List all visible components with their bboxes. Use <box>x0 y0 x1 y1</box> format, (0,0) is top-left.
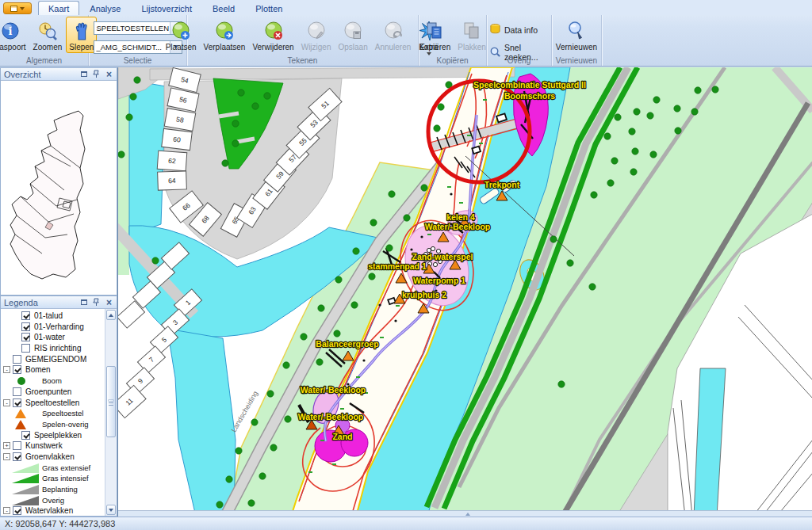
legend-checkbox[interactable] <box>21 333 30 341</box>
map-canvas[interactable]: 545658606264666865636159575553511357911 … <box>117 67 812 517</box>
tree-symbol[interactable] <box>353 248 359 254</box>
tree-symbol[interactable] <box>589 284 596 290</box>
tree-symbol[interactable] <box>236 448 242 454</box>
pin-icon[interactable] <box>92 298 101 307</box>
button-verplaatsen[interactable]: Verplaatsen <box>201 17 249 53</box>
expander-icon[interactable]: - <box>3 366 10 373</box>
tree-symbol[interactable] <box>130 93 136 100</box>
legend-label[interactable]: Kunstwerk <box>25 441 63 450</box>
tree-symbol[interactable] <box>434 125 440 132</box>
legend-label[interactable]: 01-Verharding <box>34 322 84 331</box>
button-data-info[interactable]: Data info <box>487 22 551 37</box>
legend-scrollbar[interactable] <box>105 309 117 516</box>
tree-symbol[interactable] <box>351 302 358 308</box>
expander-icon[interactable]: - <box>3 399 10 406</box>
tree-symbol[interactable] <box>370 219 377 226</box>
tab-lijstoverzicht[interactable]: Lijstoverzicht <box>131 1 202 15</box>
legend-checkbox[interactable] <box>13 387 21 396</box>
map-feature-label[interactable]: Waterpomp 1 <box>413 276 465 285</box>
tree-symbol[interactable] <box>334 330 340 337</box>
tree-symbol[interactable] <box>248 500 255 506</box>
legend-checkbox[interactable] <box>21 311 30 320</box>
tree-symbol[interactable] <box>389 191 395 197</box>
tab-plotten[interactable]: Plotten <box>245 1 293 15</box>
close-icon[interactable]: × <box>105 298 113 307</box>
application-menu-button[interactable] <box>3 2 32 14</box>
tree-symbol[interactable] <box>152 257 159 264</box>
tree-symbol[interactable] <box>558 381 565 387</box>
scroll-up-icon[interactable] <box>106 310 116 320</box>
tree-symbol[interactable] <box>283 362 289 368</box>
tree-symbol[interactable] <box>675 128 681 134</box>
tree-symbol[interactable] <box>301 334 307 340</box>
tree-symbol[interactable] <box>712 86 718 93</box>
legend-label[interactable]: Groenvlakken <box>25 452 75 461</box>
tree-symbol[interactable] <box>674 105 680 112</box>
legend-checkbox[interactable] <box>13 398 21 407</box>
tree-symbol[interactable] <box>691 109 698 115</box>
button-kopi-ren[interactable]: Kopiëren <box>416 17 454 53</box>
scroll-down-icon[interactable] <box>106 505 116 515</box>
button-verwijderen[interactable]: Verwijderen <box>249 17 297 53</box>
tree-symbol[interactable] <box>421 185 427 191</box>
tree-symbol[interactable] <box>653 97 660 103</box>
tab-beeld[interactable]: Beeld <box>202 1 245 15</box>
button-zoomen[interactable]: Zoomen <box>30 17 66 53</box>
legend-label[interactable]: Watervlakken <box>25 506 73 515</box>
tree-symbol[interactable] <box>630 169 637 175</box>
tab-kaart[interactable]: Kaart <box>38 1 79 15</box>
map-feature-label[interactable]: Water/-Beekloop <box>301 385 366 395</box>
legend-label[interactable]: GEMEIGENDOM <box>25 355 86 364</box>
tree-symbol[interactable] <box>232 120 239 127</box>
button-paspoort[interactable]: iPaspoort <box>0 17 29 53</box>
legend-label[interactable]: Groenpunten <box>25 387 71 396</box>
pin-icon[interactable] <box>92 70 101 78</box>
map-feature-label[interactable]: Water/-Beekloop <box>298 412 363 421</box>
tree-symbol[interactable] <box>316 359 323 365</box>
tree-symbol[interactable] <box>607 180 614 186</box>
map-feature-label[interactable]: Zand-waterspel <box>412 252 473 261</box>
tree-symbol[interactable] <box>285 416 291 422</box>
tree-symbol[interactable] <box>695 87 701 93</box>
tree-symbol[interactable] <box>232 140 239 147</box>
legend-label[interactable]: 01-talud <box>34 311 63 320</box>
tree-symbol[interactable] <box>611 158 618 164</box>
legend-label[interactable]: Speeltoestellen <box>25 398 79 407</box>
expander-icon[interactable]: - <box>3 507 10 514</box>
tree-symbol[interactable] <box>591 192 597 198</box>
overview-map[interactable] <box>1 81 117 295</box>
float-panel-icon[interactable] <box>79 70 88 78</box>
tree-symbol[interactable] <box>267 391 274 397</box>
map-feature-label[interactable]: kruiphuis 2 <box>402 290 446 299</box>
tab-analyse[interactable]: Analyse <box>79 1 131 15</box>
tree-symbol[interactable] <box>318 305 324 311</box>
legend-checkbox[interactable] <box>21 431 30 440</box>
tree-symbol[interactable] <box>404 215 410 221</box>
map-feature-label[interactable]: Trekpont <box>485 180 520 189</box>
button-plaatsen[interactable]: Plaatsen <box>163 17 200 53</box>
legend-checkbox[interactable] <box>21 344 30 353</box>
close-icon[interactable]: × <box>105 70 113 78</box>
tree-symbol[interactable] <box>335 276 342 283</box>
tree-symbol[interactable] <box>629 128 635 135</box>
legend-checkbox[interactable] <box>13 365 21 374</box>
tree-symbol[interactable] <box>134 77 140 83</box>
tree-symbol[interactable] <box>647 112 653 119</box>
expander-icon[interactable]: + <box>3 442 10 449</box>
tree-symbol[interactable] <box>259 473 266 479</box>
tree-symbol[interactable] <box>118 151 124 158</box>
tree-symbol[interactable] <box>216 501 223 508</box>
legend-checkbox[interactable] <box>13 355 21 364</box>
map-feature-label[interactable]: Zand <box>332 432 352 441</box>
tree-symbol[interactable] <box>126 114 132 120</box>
tree-symbol[interactable] <box>226 476 232 482</box>
float-panel-icon[interactable] <box>79 298 88 307</box>
map-horizontal-scrollbar[interactable] <box>118 510 812 517</box>
tree-symbol[interactable] <box>632 148 638 154</box>
legend-label[interactable]: 01-water <box>34 333 65 341</box>
tree-symbol[interactable] <box>252 103 259 109</box>
tree-symbol[interactable] <box>369 273 375 280</box>
map-feature-label[interactable]: Water/-Beekloop <box>425 222 490 231</box>
legend-label[interactable]: Speelplekken <box>34 431 82 440</box>
tree-symbol[interactable] <box>615 114 621 120</box>
